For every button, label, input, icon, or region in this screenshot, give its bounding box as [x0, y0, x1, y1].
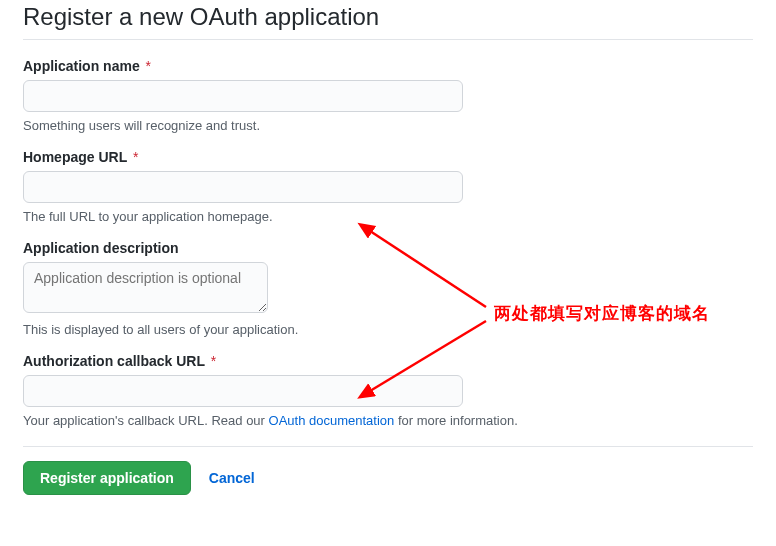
homepage-url-input[interactable]: [23, 171, 463, 203]
label-text: Authorization callback URL: [23, 353, 205, 369]
label-text: Application description: [23, 240, 179, 256]
application-description-label: Application description: [23, 240, 753, 256]
oauth-documentation-link[interactable]: OAuth documentation: [269, 413, 395, 428]
cancel-button[interactable]: Cancel: [209, 470, 255, 486]
callback-url-help: Your application's callback URL. Read ou…: [23, 413, 753, 428]
required-marker: *: [133, 149, 138, 165]
divider: [23, 446, 753, 447]
help-before: Your application's callback URL. Read ou…: [23, 413, 269, 428]
label-text: Application name: [23, 58, 140, 74]
help-after: for more information.: [394, 413, 518, 428]
required-marker: *: [146, 58, 151, 74]
application-description-textarea[interactable]: [23, 262, 268, 313]
callback-url-input[interactable]: [23, 375, 463, 407]
label-text: Homepage URL: [23, 149, 127, 165]
form-actions: Register application Cancel: [23, 461, 753, 495]
required-marker: *: [211, 353, 216, 369]
application-name-help: Something users will recognize and trust…: [23, 118, 753, 133]
field-callback-url: Authorization callback URL * Your applic…: [23, 353, 753, 428]
field-application-name: Application name * Something users will …: [23, 58, 753, 133]
homepage-url-label: Homepage URL *: [23, 149, 753, 165]
application-name-label: Application name *: [23, 58, 753, 74]
page-title: Register a new OAuth application: [23, 3, 753, 40]
application-name-input[interactable]: [23, 80, 463, 112]
callback-url-label: Authorization callback URL *: [23, 353, 753, 369]
annotation-text: 两处都填写对应博客的域名: [494, 302, 710, 325]
register-application-button[interactable]: Register application: [23, 461, 191, 495]
homepage-url-help: The full URL to your application homepag…: [23, 209, 753, 224]
field-homepage-url: Homepage URL * The full URL to your appl…: [23, 149, 753, 224]
